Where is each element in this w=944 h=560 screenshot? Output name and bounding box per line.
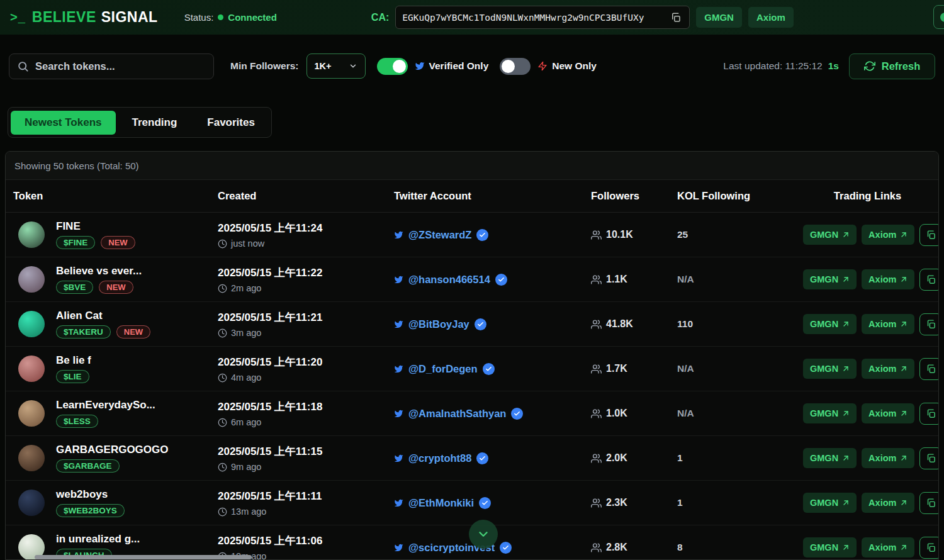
search-input[interactable] [35,60,206,72]
ca-address-input[interactable] [402,13,664,23]
gmgn-link-button[interactable]: GMGN [803,493,857,513]
gmgn-link-button[interactable]: GMGN [803,448,857,468]
copy-token-address-button[interactable] [919,269,939,291]
tab-favorites[interactable]: Favorites [193,111,269,135]
gmgn-link-button[interactable]: GMGN [803,359,857,379]
toggle-knob [502,60,515,73]
token-ticker-badge: $GARBAGE [56,459,120,473]
axiom-link-button[interactable]: Axiom [862,314,914,334]
external-link-icon [900,499,907,507]
created-ago: 4m ago [231,372,261,383]
copy-token-address-button[interactable] [919,492,939,514]
copy-ca-button[interactable] [669,11,683,25]
external-link-icon [842,276,850,283]
verified-only-label: Verified Only [429,60,489,72]
table-row: Alien Cat $TAKERU NEW 2025/05/15 上午11:21… [6,302,938,347]
twitter-handle-link[interactable]: @AmalnathSathyan [408,408,506,420]
external-link-icon [842,454,850,462]
twitter-handle-link[interactable]: @BitBoyJay [408,318,469,330]
copy-token-address-button[interactable] [919,403,939,425]
axiom-link-button[interactable]: Axiom [862,537,914,557]
view-tabs: Newest Tokens Trending Favorites [8,107,272,138]
kol-following-count: 1 [677,452,803,464]
new-only-toggle[interactable] [500,58,531,75]
gmgn-link-button[interactable]: GMGN [803,537,857,557]
followers-icon [591,319,602,330]
twitter-icon [415,61,425,71]
copy-token-address-button[interactable] [919,224,939,246]
external-link-icon [900,231,907,238]
followers-icon [591,274,602,285]
min-followers-value: 1K+ [315,61,332,71]
clock-icon [218,328,227,338]
refresh-label: Refresh [882,60,920,72]
followers-icon [591,408,602,419]
copy-icon [926,274,936,285]
axiom-link-button[interactable]: Axiom [862,269,914,289]
twitter-icon [394,364,403,374]
token-avatar [18,356,45,382]
gmgn-header-button[interactable]: GMGN [696,7,742,28]
created-date: 2025/05/15 上午11:22 [218,266,394,280]
twitter-handle-link[interactable]: @hanson466514 [408,274,490,286]
copy-token-address-button[interactable] [919,358,939,380]
verified-only-toggle[interactable] [377,58,408,75]
axiom-link-button[interactable]: Axiom [862,359,914,379]
table-row: Believe vs ever... $BVE NEW 2025/05/15 上… [6,257,938,302]
ca-label: CA: [371,12,389,23]
tab-trending[interactable]: Trending [118,111,191,135]
token-avatar [18,311,45,337]
external-link-icon [842,410,850,417]
toggle-knob [393,60,406,73]
copy-icon [926,453,936,464]
table-row: Be lie f $LIE 2025/05/15 上午11:20 4m ago … [6,347,938,391]
created-date: 2025/05/15 上午11:18 [218,400,394,414]
verified-badge-icon [475,318,486,330]
refresh-button[interactable]: Refresh [849,53,935,79]
axiom-link-button[interactable]: Axiom [862,403,914,423]
ca-address-box [395,6,690,29]
terminal-prompt-icon: >_ [10,10,26,25]
clock-icon [218,284,227,293]
search-icon [17,60,29,72]
new-badge: NEW [116,325,150,339]
token-name: web2boys [56,488,125,501]
header-action-button[interactable] [933,5,944,29]
axiom-link-button[interactable]: Axiom [862,448,914,468]
external-link-icon [900,276,907,283]
scroll-down-button[interactable] [469,520,498,549]
kol-following-count: 8 [677,542,803,553]
table-row: GARBAGERGOGOGO $GARBAGE 2025/05/15 上午11:… [6,436,938,481]
copy-token-address-button[interactable] [919,537,939,559]
axiom-link-button[interactable]: Axiom [862,225,914,245]
created-date: 2025/05/15 上午11:06 [218,534,394,548]
copy-token-address-button[interactable] [919,447,939,469]
token-avatar [18,266,45,293]
token-name: Believe vs ever... [56,265,142,277]
created-ago: 2m ago [231,283,261,293]
horizontal-scrollbar-thumb[interactable] [35,555,252,559]
created-date: 2025/05/15 上午11:11 [218,489,394,503]
external-link-icon [842,499,850,507]
token-avatar [18,221,45,248]
axiom-link-button[interactable]: Axiom [862,493,914,513]
gmgn-link-button[interactable]: GMGN [803,225,857,245]
filter-bar: Min Followers: 1K+ Verified Only New Onl… [0,52,944,80]
gmgn-link-button[interactable]: GMGN [803,314,857,334]
twitter-handle-link[interactable]: @cryptoht88 [408,452,471,464]
twitter-handle-link[interactable]: @ZStewardZ [408,229,471,241]
axiom-header-button[interactable]: Axiom [748,7,794,28]
twitter-handle-link[interactable]: @D_forDegen [408,363,478,375]
min-followers-select[interactable]: 1K+ [306,53,366,79]
external-link-icon [842,365,850,372]
tab-newest-tokens[interactable]: Newest Tokens [11,111,116,135]
gmgn-link-button[interactable]: GMGN [803,403,857,423]
token-ticker-badge: $WEB2BOYS [56,504,125,517]
external-link-icon [900,410,907,417]
clock-icon [218,239,227,249]
clock-icon [218,462,227,472]
copy-token-address-button[interactable] [919,313,939,335]
twitter-handle-link[interactable]: @EthMonkiki [408,497,474,509]
verified-badge-icon [511,408,523,420]
gmgn-link-button[interactable]: GMGN [803,269,857,289]
